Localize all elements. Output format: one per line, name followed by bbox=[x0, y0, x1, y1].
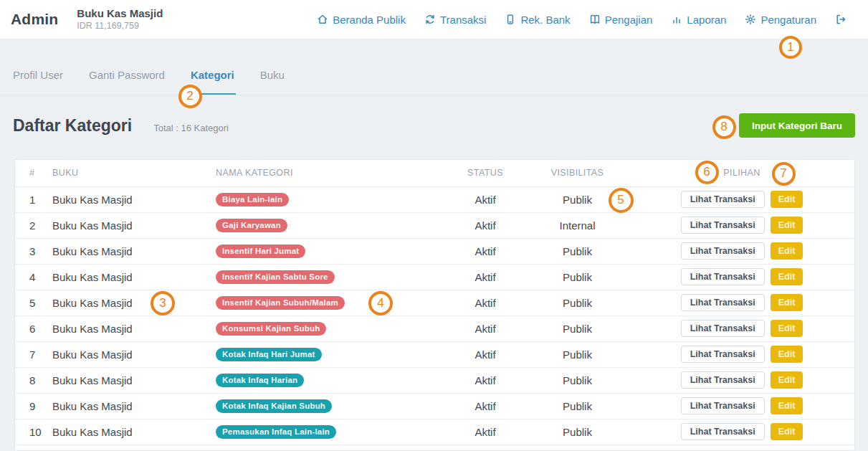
lihat-transaksi-button[interactable]: Lihat Transaksi bbox=[681, 397, 765, 414]
row-status: Aktif bbox=[445, 419, 525, 445]
lihat-transaksi-button[interactable]: Lihat Transaksi bbox=[681, 217, 765, 234]
row-status: Aktif bbox=[445, 264, 525, 290]
category-badge: Insentif Hari Jumat bbox=[216, 245, 305, 258]
tab-ganti-password[interactable]: Ganti Password bbox=[89, 69, 165, 95]
row-number: 10 bbox=[15, 419, 52, 445]
row-visibility: Publik bbox=[525, 290, 629, 315]
nav-item-transaksi[interactable]: Transaksi bbox=[424, 14, 486, 26]
table-row: 4 Buku Kas Masjid Insentif Kajian Sabtu … bbox=[15, 264, 854, 290]
row-book-name: Buku Kas Masjid bbox=[52, 264, 216, 290]
row-number: 1 bbox=[15, 186, 52, 212]
edit-button[interactable]: Edit bbox=[771, 371, 803, 389]
row-book-name: Buku Kas Masjid bbox=[52, 419, 216, 445]
lihat-transaksi-button[interactable]: Lihat Transaksi bbox=[681, 371, 765, 389]
category-table-card: # BUKU NAMA KATEGORI STATUS VISIBILITAS … bbox=[14, 159, 855, 451]
row-visibility: Publik bbox=[525, 367, 629, 393]
row-visibility: Publik bbox=[525, 341, 629, 367]
row-book-name: Buku Kas Masjid bbox=[52, 290, 216, 315]
lihat-transaksi-button[interactable]: Lihat Transaksi bbox=[681, 346, 765, 363]
table-row: 10 Buku Kas Masjid Pemasukan Infaq Lain-… bbox=[15, 419, 854, 445]
input-kategori-baru-button[interactable]: Input Kategori Baru bbox=[739, 113, 855, 138]
nav-item-pengajian[interactable]: Pengajian bbox=[589, 14, 653, 26]
category-badge: Kotak Infaq Harian bbox=[216, 374, 304, 387]
nav-item-pengaturan[interactable]: Pengaturan bbox=[745, 14, 816, 26]
tabs-divider bbox=[0, 95, 868, 95]
total-category-count: Total : 16 Kategori bbox=[153, 123, 229, 133]
nav-item-rek-bank[interactable]: Rek. Bank bbox=[505, 14, 570, 26]
nav-label: Transaksi bbox=[440, 14, 486, 26]
row-book-name: Buku Kas Masjid bbox=[52, 341, 216, 367]
nav-item-beranda-publik[interactable]: Beranda Publik bbox=[317, 14, 406, 26]
row-status: Aktif bbox=[445, 315, 525, 341]
col-header-num: # bbox=[15, 160, 52, 186]
nav-label: Beranda Publik bbox=[333, 14, 406, 26]
edit-button[interactable]: Edit bbox=[771, 320, 803, 337]
row-book-name: Buku Kas Masjid bbox=[52, 186, 216, 212]
page-title: Daftar Kategori bbox=[13, 116, 132, 136]
col-header-status: STATUS bbox=[445, 160, 525, 186]
row-visibility: Publik bbox=[525, 238, 629, 264]
edit-button[interactable]: Edit bbox=[771, 423, 803, 440]
category-badge: Biaya Lain-lain bbox=[216, 193, 289, 206]
lihat-transaksi-button[interactable]: Lihat Transaksi bbox=[681, 268, 765, 285]
category-badge: Gaji Karyawan bbox=[216, 219, 287, 232]
edit-button[interactable]: Edit bbox=[771, 268, 803, 285]
nav-item-logout[interactable] bbox=[835, 14, 846, 25]
table-row: 5 Buku Kas Masjid Insentif Kajian Subuh/… bbox=[15, 290, 854, 315]
row-number: 6 bbox=[15, 315, 52, 341]
tab-profil-user[interactable]: Profil User bbox=[13, 69, 63, 95]
lihat-transaksi-button[interactable]: Lihat Transaksi bbox=[681, 294, 765, 311]
book-title: Buku Kas Masjid bbox=[77, 7, 163, 21]
row-visibility: Publik bbox=[525, 186, 629, 212]
gear-icon bbox=[745, 14, 756, 25]
row-status: Aktif bbox=[445, 341, 525, 367]
edit-button[interactable]: Edit bbox=[771, 242, 803, 260]
category-badge: Insentif Kajian Sabtu Sore bbox=[216, 270, 335, 284]
edit-button[interactable]: Edit bbox=[771, 191, 803, 208]
nav-label: Pengaturan bbox=[760, 14, 816, 26]
row-number: 7 bbox=[15, 341, 52, 367]
row-book-name: Buku Kas Masjid bbox=[52, 393, 216, 419]
tab-kategori[interactable]: Kategori bbox=[191, 69, 234, 95]
tab-buku[interactable]: Buku bbox=[260, 69, 285, 95]
row-visibility: Internal bbox=[525, 212, 629, 238]
table-row: 6 Buku Kas Masjid Konsumsi Kajian Subuh … bbox=[15, 315, 854, 341]
row-book-name: Buku Kas Masjid bbox=[52, 212, 216, 238]
lihat-transaksi-button[interactable]: Lihat Transaksi bbox=[681, 320, 765, 337]
table-header-row: # BUKU NAMA KATEGORI STATUS VISIBILITAS … bbox=[15, 160, 854, 186]
row-number: 9 bbox=[15, 393, 52, 419]
row-status: Aktif bbox=[445, 212, 525, 238]
logout-icon bbox=[835, 14, 846, 25]
row-visibility: Publik bbox=[525, 315, 629, 341]
topbar: Admin Buku Kas Masjid IDR 11,169,759 Ber… bbox=[0, 0, 868, 39]
bank-icon bbox=[505, 14, 516, 25]
row-book-name: Buku Kas Masjid bbox=[52, 238, 216, 264]
book-balance: IDR 11,169,759 bbox=[77, 21, 163, 32]
row-number: 5 bbox=[15, 290, 52, 315]
table-row: 8 Buku Kas Masjid Kotak Infaq Harian Akt… bbox=[15, 367, 854, 393]
nav-item-laporan[interactable]: Laporan bbox=[671, 14, 726, 26]
category-badge: Pemasukan Infaq Lain-lain bbox=[216, 425, 336, 439]
table-row: 2 Buku Kas Masjid Gaji Karyawan Aktif In… bbox=[15, 212, 854, 238]
nav-label: Rek. Bank bbox=[520, 14, 570, 26]
row-number: 4 bbox=[15, 264, 52, 290]
row-number: 8 bbox=[15, 367, 52, 393]
edit-button[interactable]: Edit bbox=[771, 294, 803, 311]
lihat-transaksi-button[interactable]: Lihat Transaksi bbox=[681, 191, 765, 208]
home-icon bbox=[317, 14, 328, 25]
col-header-buku: BUKU bbox=[52, 160, 216, 186]
category-table: # BUKU NAMA KATEGORI STATUS VISIBILITAS … bbox=[15, 160, 854, 445]
table-row: 9 Buku Kas Masjid Kotak Infaq Kajian Sub… bbox=[15, 393, 854, 419]
edit-button[interactable]: Edit bbox=[771, 397, 803, 414]
edit-button[interactable]: Edit bbox=[771, 346, 803, 363]
title-row: Daftar Kategori Total : 16 Kategori Inpu… bbox=[13, 113, 855, 138]
category-badge: Kotak Infaq Hari Jumat bbox=[216, 348, 322, 361]
nav-label: Laporan bbox=[687, 14, 726, 26]
row-visibility: Publik bbox=[525, 393, 629, 419]
lihat-transaksi-button[interactable]: Lihat Transaksi bbox=[681, 242, 765, 260]
edit-button[interactable]: Edit bbox=[771, 217, 803, 234]
row-visibility: Publik bbox=[525, 419, 629, 445]
settings-tabs-row: Profil User Ganti Password Kategori Buku bbox=[0, 39, 868, 95]
row-status: Aktif bbox=[445, 186, 525, 212]
lihat-transaksi-button[interactable]: Lihat Transaksi bbox=[681, 423, 765, 440]
